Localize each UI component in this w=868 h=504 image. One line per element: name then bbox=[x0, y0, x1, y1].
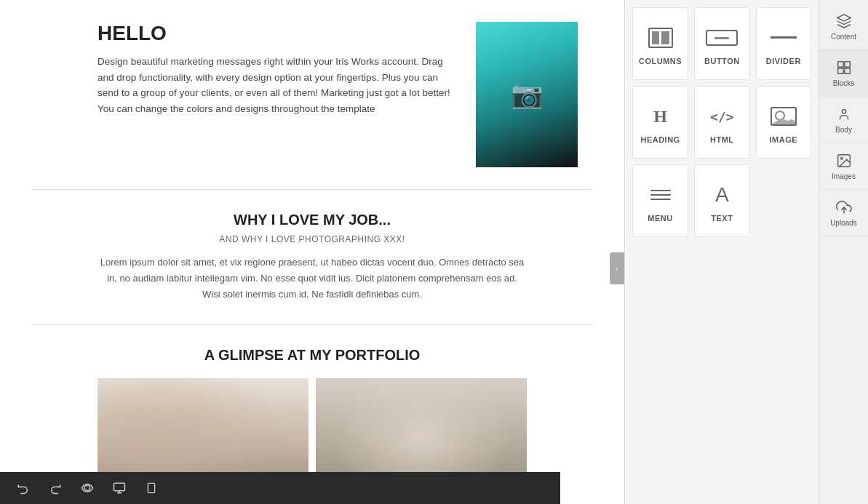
component-menu[interactable]: MENU bbox=[632, 164, 688, 237]
content-icon bbox=[835, 12, 853, 30]
component-image[interactable]: IMAGE bbox=[756, 86, 811, 159]
html-icon: </> bbox=[710, 103, 734, 129]
svg-rect-6 bbox=[837, 62, 843, 67]
nav-item-blocks[interactable]: Blocks bbox=[819, 50, 868, 97]
component-divider[interactable]: DIVIDER bbox=[756, 7, 811, 80]
nav-item-images[interactable]: Images bbox=[819, 143, 868, 190]
svg-point-12 bbox=[840, 157, 843, 159]
chevron-right-icon: › bbox=[616, 265, 618, 273]
hello-image bbox=[476, 22, 578, 167]
right-nav: Content Blocks Body bbox=[819, 0, 868, 504]
portfolio-heading: A GLIMPSE AT MY PORTFOLIO bbox=[97, 347, 527, 364]
love-heading: WHY I LOVE MY JOB... bbox=[97, 212, 527, 228]
blocks-label: Blocks bbox=[833, 79, 854, 87]
heading-label: HEADING bbox=[640, 135, 680, 144]
right-panel: COLUMNS BUTTON DIVIDER H HEADING </ bbox=[624, 0, 868, 504]
component-columns[interactable]: COLUMNS bbox=[632, 7, 688, 80]
columns-label: COLUMNS bbox=[639, 57, 682, 65]
svg-rect-1 bbox=[114, 483, 125, 491]
love-body: Lorem ipsum dolor sit amet, et vix regio… bbox=[97, 255, 527, 303]
svg-point-10 bbox=[842, 110, 846, 114]
nav-item-uploads[interactable]: Uploads bbox=[819, 190, 868, 236]
divider-label: DIVIDER bbox=[766, 57, 801, 65]
bottom-toolbar bbox=[0, 472, 560, 504]
html-label: HTML bbox=[710, 135, 734, 144]
svg-rect-7 bbox=[844, 62, 849, 67]
hello-text: HELLO Design beautiful marketing message… bbox=[97, 22, 461, 116]
preview-button[interactable] bbox=[76, 476, 99, 500]
text-label: TEXT bbox=[711, 214, 733, 223]
section-hello: HELLO Design beautiful marketing message… bbox=[32, 0, 592, 190]
divider-icon bbox=[771, 25, 797, 51]
menu-icon bbox=[650, 182, 671, 208]
desktop-button[interactable] bbox=[108, 476, 131, 500]
columns-icon bbox=[648, 25, 673, 51]
button-icon bbox=[706, 25, 738, 51]
hello-heading: HELLO bbox=[97, 22, 461, 45]
undo-button[interactable] bbox=[12, 476, 35, 500]
blocks-icon bbox=[835, 59, 853, 76]
uploads-icon bbox=[835, 199, 853, 216]
images-icon bbox=[835, 152, 853, 169]
component-text[interactable]: A TEXT bbox=[694, 164, 749, 237]
component-html[interactable]: </> HTML bbox=[694, 86, 749, 159]
component-grid: COLUMNS BUTTON DIVIDER H HEADING </ bbox=[625, 0, 819, 504]
button-label: BUTTON bbox=[704, 57, 740, 65]
image-label: IMAGE bbox=[769, 135, 797, 144]
image-icon bbox=[771, 103, 797, 129]
panel-toggle-button[interactable]: › bbox=[610, 252, 624, 284]
text-icon: A bbox=[715, 182, 729, 208]
hello-body: Design beautiful marketing messages righ… bbox=[97, 54, 461, 116]
section-love: WHY I LOVE MY JOB... AND WHY I LOVE PHOT… bbox=[32, 190, 592, 325]
svg-rect-9 bbox=[844, 68, 849, 73]
content-label: Content bbox=[831, 33, 856, 41]
component-heading[interactable]: H HEADING bbox=[632, 86, 688, 159]
svg-rect-8 bbox=[837, 68, 843, 73]
mobile-button[interactable] bbox=[140, 476, 163, 500]
nav-item-content[interactable]: Content bbox=[819, 4, 868, 50]
uploads-label: Uploads bbox=[830, 219, 857, 227]
camera-photo bbox=[476, 22, 578, 167]
images-label: Images bbox=[832, 172, 856, 180]
heading-icon: H bbox=[653, 103, 667, 129]
main-content: HELLO Design beautiful marketing message… bbox=[0, 0, 624, 504]
redo-button[interactable] bbox=[44, 476, 67, 500]
menu-label: MENU bbox=[648, 214, 672, 223]
svg-rect-4 bbox=[148, 483, 154, 492]
svg-point-0 bbox=[84, 485, 90, 491]
love-subtitle: AND WHY I LOVE PHOTOGRAPHING XXX! bbox=[97, 234, 527, 244]
body-label: Body bbox=[835, 126, 852, 134]
body-icon bbox=[835, 105, 853, 123]
nav-item-body[interactable]: Body bbox=[819, 97, 868, 143]
component-button[interactable]: BUTTON bbox=[694, 7, 749, 80]
page-canvas: HELLO Design beautiful marketing message… bbox=[32, 0, 592, 504]
